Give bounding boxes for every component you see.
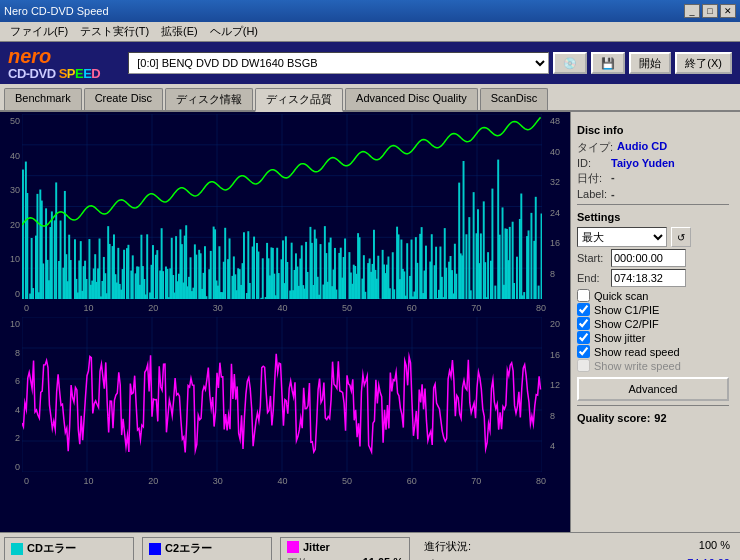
show-c2pif-row: Show C2/PIF bbox=[577, 317, 729, 330]
show-jitter-checkbox[interactable] bbox=[577, 331, 590, 344]
show-c1pie-row: Show C1/PIE bbox=[577, 303, 729, 316]
jitter-grid: 平均: 11.05 % 最大: 14.0 % bbox=[287, 556, 403, 560]
jitter-title: Jitter bbox=[303, 541, 330, 553]
speed-select[interactable]: 最大 bbox=[577, 227, 667, 247]
app-header: nero CD-DVD SPEED [0:0] BENQ DVD DD DW16… bbox=[0, 42, 740, 84]
title-bar: Nero CD-DVD Speed _ □ ✕ bbox=[0, 0, 740, 22]
disc-date-row: 日付: - bbox=[577, 171, 729, 186]
minimize-button[interactable]: _ bbox=[684, 4, 700, 18]
c2-error-title: C2エラー bbox=[165, 541, 212, 556]
tab-create-disc[interactable]: Create Disc bbox=[84, 88, 163, 110]
quick-scan-row: Quick scan bbox=[577, 289, 729, 302]
refresh-button[interactable]: ↺ bbox=[671, 227, 691, 247]
tab-bar: Benchmark Create Disc ディスク情報 ディスク品質 Adva… bbox=[0, 84, 740, 112]
jitter-box: Jitter 平均: 11.05 % 最大: 14.0 % bbox=[280, 537, 410, 560]
disc-type-row: タイプ: Audio CD bbox=[577, 140, 729, 155]
menu-test[interactable]: テスト実行(T) bbox=[74, 22, 155, 41]
menu-expand[interactable]: 拡張(E) bbox=[155, 22, 204, 41]
end-button[interactable]: 終了(X) bbox=[675, 52, 732, 74]
progress-status-value: 100 % bbox=[699, 539, 730, 554]
tab-advanced-disc-quality[interactable]: Advanced Disc Quality bbox=[345, 88, 478, 110]
separator-1 bbox=[577, 204, 729, 205]
disc-date-label: 日付: bbox=[577, 171, 607, 186]
save-button[interactable]: 💾 bbox=[591, 52, 625, 74]
close-button[interactable]: ✕ bbox=[720, 4, 736, 18]
jitter-indicator bbox=[287, 541, 299, 553]
progress-section: 進行状況: 100 % ポジション: 74:16.00 速度: 47.62 X bbox=[418, 537, 736, 560]
drive-select[interactable]: [0:0] BENQ DVD DD DW1640 BSGB bbox=[128, 52, 549, 74]
cd-error-header: CDエラー bbox=[11, 541, 127, 556]
disc-date-value: - bbox=[611, 171, 615, 186]
start-field-label: Start: bbox=[577, 252, 607, 264]
top-chart-right-y: 48403224168 bbox=[548, 114, 570, 301]
disc-type-label: タイプ: bbox=[577, 140, 613, 155]
end-field-label: End: bbox=[577, 272, 607, 284]
quick-scan-label[interactable]: Quick scan bbox=[594, 290, 648, 302]
bottom-chart-x-axis: 01020304050607080 bbox=[0, 476, 570, 486]
show-c2pif-checkbox[interactable] bbox=[577, 317, 590, 330]
chart-container: 50403020100 48403224168 0102030405060708… bbox=[0, 112, 570, 532]
quick-scan-checkbox[interactable] bbox=[577, 289, 590, 302]
disc-label-value: - bbox=[611, 188, 615, 200]
tab-disc-quality[interactable]: ディスク品質 bbox=[255, 88, 343, 112]
maximize-button[interactable]: □ bbox=[702, 4, 718, 18]
disc-label-label: Label: bbox=[577, 188, 607, 200]
nero-logo: nero bbox=[8, 46, 100, 66]
end-field-input[interactable] bbox=[611, 269, 686, 287]
show-c1pie-label[interactable]: Show C1/PIE bbox=[594, 304, 659, 316]
c2-error-header: C2エラー bbox=[149, 541, 265, 556]
jitter-avg-label: 平均: bbox=[287, 556, 333, 560]
bottom-chart-wrapper: 1086420 20161284 bbox=[0, 315, 570, 476]
show-read-speed-label[interactable]: Show read speed bbox=[594, 346, 680, 358]
speed-settings-row: 最大 ↺ bbox=[577, 227, 729, 247]
advanced-button[interactable]: Advanced bbox=[577, 377, 729, 401]
cd-error-title: CDエラー bbox=[27, 541, 76, 556]
disc-label-row: Label: - bbox=[577, 188, 729, 200]
show-read-speed-row: Show read speed bbox=[577, 345, 729, 358]
start-button[interactable]: 開始 bbox=[629, 52, 671, 74]
disc-icon-button[interactable]: 💿 bbox=[553, 52, 587, 74]
menu-file[interactable]: ファイル(F) bbox=[4, 22, 74, 41]
bottom-chart-left-y: 1086420 bbox=[0, 317, 22, 474]
menu-bar: ファイル(F) テスト実行(T) 拡張(E) ヘルプ(H) bbox=[0, 22, 740, 42]
cd-error-indicator bbox=[11, 543, 23, 555]
c2-error-indicator bbox=[149, 543, 161, 555]
menu-help[interactable]: ヘルプ(H) bbox=[204, 22, 264, 41]
top-chart-main bbox=[22, 114, 548, 301]
start-field-input[interactable] bbox=[611, 249, 686, 267]
show-read-speed-checkbox[interactable] bbox=[577, 345, 590, 358]
quality-score-label: Quality score: bbox=[577, 412, 650, 424]
show-jitter-label[interactable]: Show jitter bbox=[594, 332, 645, 344]
progress-status-row: 進行状況: 100 % bbox=[424, 539, 730, 554]
jitter-avg-value: 11.05 % bbox=[341, 556, 403, 560]
show-write-speed-checkbox bbox=[577, 359, 590, 372]
top-chart-x-axis: 01020304050607080 bbox=[0, 303, 570, 313]
show-write-speed-label: Show write speed bbox=[594, 360, 681, 372]
settings-title: Settings bbox=[577, 211, 729, 223]
nero-brand: nero CD-DVD SPEED bbox=[8, 46, 100, 81]
bottom-chart-right-y: 20161284 bbox=[548, 317, 570, 474]
show-c1pie-checkbox[interactable] bbox=[577, 303, 590, 316]
tab-scandisc[interactable]: ScanDisc bbox=[480, 88, 548, 110]
tab-disc-info[interactable]: ディスク情報 bbox=[165, 88, 253, 110]
show-jitter-row: Show jitter bbox=[577, 331, 729, 344]
quality-score-row: Quality score: 92 bbox=[577, 412, 729, 424]
bottom-chart-canvas bbox=[22, 317, 542, 472]
show-write-speed-row: Show write speed bbox=[577, 359, 729, 372]
cd-error-box: CDエラー 平均: 3.80 最大: 49 合計: 16929 bbox=[4, 537, 134, 560]
cd-dvd-speed-label: CD-DVD SPEED bbox=[8, 66, 100, 81]
start-field-row: Start: bbox=[577, 249, 729, 267]
title-bar-title: Nero CD-DVD Speed bbox=[4, 5, 684, 17]
top-chart-canvas bbox=[22, 114, 542, 299]
jitter-header: Jitter bbox=[287, 541, 403, 553]
top-chart-left-y: 50403020100 bbox=[0, 114, 22, 301]
disc-info-title: Disc info bbox=[577, 124, 729, 136]
stats-bar: CDエラー 平均: 3.80 最大: 49 合計: 16929 C2エラー 平均… bbox=[0, 532, 740, 560]
quality-score-value: 92 bbox=[654, 412, 666, 424]
disc-id-row: ID: Taiyo Yuden bbox=[577, 157, 729, 169]
progress-status-label: 進行状況: bbox=[424, 539, 471, 554]
bottom-chart-main bbox=[22, 317, 548, 474]
disc-id-label: ID: bbox=[577, 157, 607, 169]
tab-benchmark[interactable]: Benchmark bbox=[4, 88, 82, 110]
show-c2pif-label[interactable]: Show C2/PIF bbox=[594, 318, 659, 330]
